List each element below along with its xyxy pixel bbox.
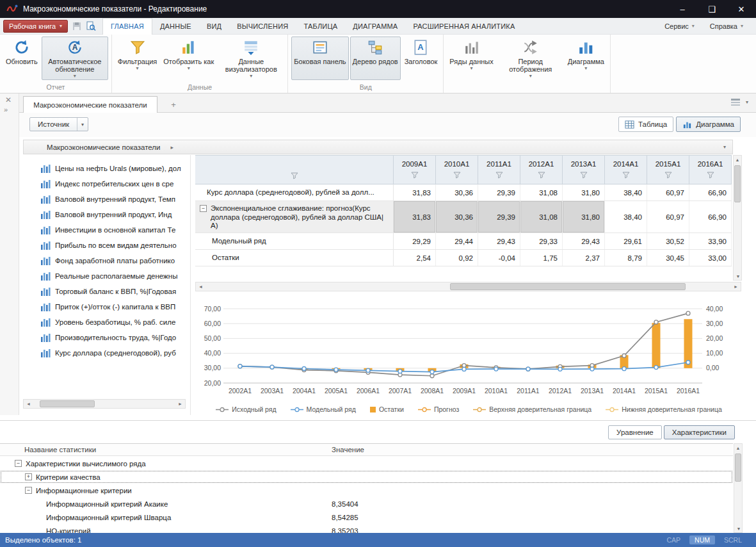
stats-row[interactable]: HQ-критерий8,35203 <box>0 524 733 533</box>
close-pane-icon[interactable]: ✕ <box>5 95 12 104</box>
equation-button[interactable]: Уравнение <box>608 425 662 439</box>
table-cell[interactable]: 29,43 <box>563 233 605 249</box>
tree-item[interactable]: Фонд заработной платы работнико <box>19 253 190 268</box>
legend-item[interactable]: Модельный ряд <box>291 405 356 413</box>
workbook-menu-button[interactable]: Рабочая книга ▾ <box>3 20 68 33</box>
scroll-left-icon[interactable]: ◄ <box>24 400 33 408</box>
filter-button[interactable]: Фильтрация▾ <box>115 37 159 80</box>
filter-icon[interactable] <box>495 172 503 179</box>
row-label[interactable]: Курс доллара (среднегодовой), рублей за … <box>195 184 394 200</box>
filter-icon[interactable] <box>664 172 672 179</box>
scroll-right-icon[interactable]: ► <box>731 282 741 291</box>
filter-icon[interactable] <box>580 172 588 179</box>
source-button[interactable]: Источник ▾ <box>29 117 88 131</box>
table-cell[interactable]: -0,04 <box>478 250 520 266</box>
stats-row[interactable]: +Критерии качества <box>0 470 733 484</box>
ribbon-tab-3[interactable]: ВИД <box>199 18 229 35</box>
table-cell[interactable]: 8,79 <box>605 250 647 266</box>
report-header-bar[interactable]: Макроэкономические показатели ▸ ▾ <box>23 140 733 154</box>
scroll-thumb[interactable] <box>40 400 95 407</box>
filter-icon[interactable] <box>411 172 419 179</box>
data-series-button[interactable]: Ряды данных▾ <box>447 37 495 80</box>
tree-item[interactable]: Валовой внутренний продукт, Темп <box>19 192 190 207</box>
tree-item[interactable]: Индекс потребительских цен в сре <box>19 176 190 192</box>
table-cell[interactable]: 31,08 <box>520 201 563 233</box>
table-cell[interactable]: 30,45 <box>647 250 689 266</box>
table-cell[interactable]: 60,97 <box>647 201 689 233</box>
chevron-down-icon[interactable]: ▾ <box>723 144 726 150</box>
chart-view-button[interactable]: Диаграмма <box>676 117 741 132</box>
stats-row[interactable]: Информационный критерий Акаике8,35404 <box>0 497 733 510</box>
display-period-button[interactable]: Период отображения▾ <box>497 37 564 80</box>
table-cell[interactable]: 30,52 <box>647 233 689 249</box>
column-header-2014A1[interactable]: 2014A1 <box>605 155 647 184</box>
stats-row[interactable]: Информационный критерий Шварца8,54285 <box>0 510 733 524</box>
table-view-button[interactable]: Таблица <box>618 117 673 132</box>
tree-item[interactable]: Торговый баланс к ВВП, %|Годовая <box>19 284 190 299</box>
close-button[interactable]: ✕ <box>727 0 756 18</box>
table-cell[interactable]: 31,80 <box>563 201 605 233</box>
column-header-2010A1[interactable]: 2010A1 <box>436 155 478 184</box>
legend-item[interactable]: Нижняя доверительная граница <box>606 405 722 413</box>
window-layout-icon[interactable] <box>730 97 741 106</box>
collapse-icon[interactable]: − <box>200 205 207 212</box>
tree-item[interactable]: Курс доллара (среднегодовой), руб <box>19 345 190 361</box>
tree-item[interactable]: Цены на нефть Urals (мировые), дол <box>19 161 190 176</box>
tree-item[interactable]: Производительность труда, %|Годо <box>19 330 190 345</box>
row-header-cell[interactable] <box>195 155 394 184</box>
stats-row[interactable]: −Характеристики вычислимого ряда <box>0 457 733 470</box>
stats-row[interactable]: −Информационные критерии <box>0 484 733 497</box>
column-header-2015A1[interactable]: 2015A1 <box>647 155 689 184</box>
save-icon[interactable] <box>72 21 82 31</box>
tree-item[interactable]: Приток (+)/отток (-) капитала к ВВП <box>19 299 190 314</box>
tree-item[interactable]: Прибыль по всем видам деятельно <box>19 238 190 253</box>
auto-refresh-button[interactable]: AАвтоматическое обновление▾ <box>42 37 108 80</box>
table-cell[interactable]: 31,83 <box>394 184 436 200</box>
scroll-left-icon[interactable]: ◄ <box>196 282 205 291</box>
ribbon-tab-6[interactable]: ДИАГРАММА <box>345 18 405 35</box>
document-tab[interactable]: Макроэкономические показатели <box>23 96 157 113</box>
expand-pane-icon[interactable]: » <box>4 106 8 113</box>
scroll-track[interactable] <box>205 282 731 291</box>
table-cell[interactable]: 2,54 <box>394 250 436 266</box>
maximize-button[interactable]: ❑ <box>697 0 727 18</box>
collapse-icon[interactable]: − <box>25 487 32 494</box>
tree-item[interactable]: Инвестиции в основной капитал Те <box>19 222 190 238</box>
characteristics-button[interactable]: Характеристики <box>664 425 735 439</box>
chevron-down-icon[interactable]: ▾ <box>77 118 88 131</box>
legend-item[interactable]: Остатки <box>370 405 404 413</box>
scroll-thumb[interactable] <box>450 283 686 290</box>
table-cell[interactable]: 60,97 <box>647 184 689 200</box>
tree-item[interactable]: Реальные располагаемые денежны <box>19 268 190 284</box>
table-cell[interactable]: 31,80 <box>563 184 605 200</box>
series-tree-button[interactable]: Дерево рядов <box>350 37 401 80</box>
preview-icon[interactable] <box>86 21 96 31</box>
legend-item[interactable]: Прогноз <box>418 405 459 413</box>
scroll-up-icon[interactable]: ▲ <box>734 444 742 452</box>
table-cell[interactable]: 29,39 <box>478 201 520 233</box>
tree-h-scrollbar[interactable]: ◄ ► <box>23 399 186 409</box>
chart-canvas[interactable]: 70,0060,0050,0040,0030,0020,0040,0030,00… <box>195 295 743 400</box>
help-menu[interactable]: Справка▾ <box>704 22 750 30</box>
scroll-down-icon[interactable]: ▼ <box>734 272 742 280</box>
scroll-thumb[interactable] <box>734 165 741 202</box>
collapse-icon[interactable]: − <box>15 460 22 467</box>
filter-icon[interactable] <box>707 172 714 179</box>
refresh-button[interactable]: Обновить <box>3 37 40 80</box>
scroll-up-icon[interactable]: ▲ <box>734 156 741 163</box>
ribbon-tab-2[interactable]: ДАННЫЕ <box>152 18 199 35</box>
column-header-2011A1[interactable]: 2011A1 <box>478 155 520 184</box>
expand-icon[interactable]: + <box>25 473 32 480</box>
stats-v-scrollbar[interactable]: ▲ ▼ <box>734 443 743 533</box>
tree-item[interactable]: Валовой внутренний продукт, Инд <box>19 207 190 222</box>
filter-icon[interactable] <box>622 172 630 179</box>
row-label[interactable]: −Экспоненциальное сглаживание: прогноз(К… <box>195 201 394 233</box>
display-as-button[interactable]: Отобразить как▾ <box>161 37 216 80</box>
table-cell[interactable]: 1,75 <box>520 250 563 266</box>
ribbon-tab-4[interactable]: ВЫЧИСЛЕНИЯ <box>229 18 296 35</box>
service-menu[interactable]: Сервис▾ <box>658 22 701 30</box>
legend-item[interactable]: Исходный ряд <box>216 405 276 413</box>
filter-icon[interactable] <box>453 172 461 179</box>
table-v-scrollbar[interactable]: ▲ ▼ <box>733 155 742 281</box>
table-cell[interactable]: 38,40 <box>605 201 647 233</box>
